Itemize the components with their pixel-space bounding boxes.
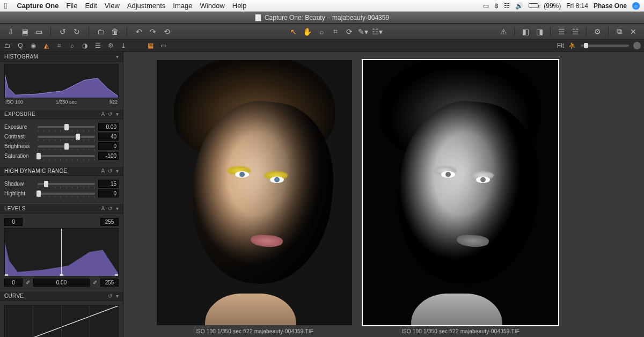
spotlight-icon[interactable]: ⌕ <box>632 2 640 10</box>
reset-button[interactable]: ⟲ <box>162 27 172 36</box>
process-button[interactable]: ◧ <box>520 27 531 36</box>
photo-preview[interactable] <box>363 60 558 325</box>
menu-help[interactable]: Help <box>232 2 247 10</box>
warning-icon[interactable]: ⚠ <box>498 27 509 36</box>
auto-icon[interactable]: A <box>101 111 105 117</box>
search-tab-icon[interactable]: ⌕ <box>68 41 76 50</box>
zoom-tool-button[interactable]: ⌕ <box>316 27 327 36</box>
layout-button[interactable]: ⧉ <box>614 27 625 36</box>
output-tab-icon[interactable]: ⤓ <box>119 41 128 50</box>
curve-graph[interactable] <box>4 305 119 337</box>
clock[interactable]: Fri 8:14 <box>566 2 588 10</box>
levels-graph[interactable] <box>4 228 119 276</box>
rotate-cw-button[interactable]: ↻ <box>71 27 82 36</box>
quick-tab-icon[interactable]: Q <box>16 41 25 50</box>
list-view-button[interactable]: ☰ <box>556 27 567 36</box>
app-menu[interactable]: Capture One <box>17 2 58 10</box>
reset-icon[interactable]: ↺ <box>108 111 112 117</box>
redo-button[interactable]: ↷ <box>148 27 158 36</box>
levels-gamma[interactable]: 0.00 <box>33 279 90 287</box>
single-mode-icon[interactable]: ▭ <box>159 41 167 50</box>
folder-button[interactable]: 🗀 <box>96 27 106 36</box>
crop-tool-button[interactable]: ⌗ <box>330 27 341 36</box>
lens-tab-icon[interactable]: ⌗ <box>55 41 63 50</box>
rotate-ccw-button[interactable]: ↺ <box>57 27 68 36</box>
photo-preview[interactable] <box>157 60 352 325</box>
settings-button[interactable]: ⚙ <box>592 27 603 36</box>
color-tab-icon[interactable]: ◉ <box>29 41 38 50</box>
hdr-highlight-value[interactable]: 0 <box>98 189 119 197</box>
viewer-image[interactable]: ISO 100 1/350 sec f/22 majabeauty-004359… <box>156 59 353 337</box>
panel-menu-icon[interactable]: ▾ <box>116 111 119 117</box>
reset-icon[interactable]: ↺ <box>108 293 112 299</box>
zoom-fit-label[interactable]: Fit <box>557 42 564 49</box>
grid-view-button[interactable]: ☱ <box>570 27 581 36</box>
exposure-contrast-value[interactable]: 40 <box>98 133 119 141</box>
zoom-slider[interactable] <box>581 45 629 47</box>
trash-button[interactable]: 🗑 <box>109 27 120 36</box>
histogram-panel-header[interactable]: HISTOGRAM ▾ <box>0 52 123 62</box>
details-tab-icon[interactable]: ◑ <box>80 41 89 50</box>
straighten-tool-button[interactable]: ⟳ <box>344 27 355 36</box>
black-eyedropper-icon[interactable]: ✐ <box>26 280 30 285</box>
hdr-panel-header[interactable]: HIGH DYNAMIC RANGE A↺▾ <box>0 166 123 176</box>
live-button[interactable]: ▭ <box>33 27 44 36</box>
volume-icon[interactable]: 🔊 <box>515 2 523 10</box>
hdr-shadow-slider[interactable] <box>38 183 95 185</box>
levels-input-white[interactable]: 255 <box>100 218 119 226</box>
white-eyedropper-icon[interactable]: ✐ <box>93 280 97 285</box>
menu-edit[interactable]: Edit <box>85 2 97 10</box>
library-tab-icon[interactable]: 🗀 <box>3 41 12 50</box>
auto-icon[interactable]: A <box>101 168 105 174</box>
exposure-tab-icon[interactable]: ◭ <box>42 41 50 50</box>
panel-menu-icon[interactable]: ▾ <box>116 293 119 299</box>
exposure-contrast-slider[interactable] <box>38 136 95 138</box>
adjust-tab-icon[interactable]: ⚙ <box>106 41 115 50</box>
exposure-saturation-value[interactable]: -100 <box>98 152 119 160</box>
metadata-tab-icon[interactable]: ☰ <box>93 41 102 50</box>
panel-menu-icon[interactable]: ▾ <box>116 54 119 60</box>
exposure-brightness-slider[interactable] <box>38 145 95 148</box>
user-avatar-icon[interactable] <box>633 42 641 49</box>
reset-icon[interactable]: ↺ <box>108 168 112 174</box>
curve-panel-header[interactable]: CURVE ↺▾ <box>0 291 123 301</box>
bluetooth-icon[interactable]: ฿ <box>494 2 499 10</box>
wifi-icon[interactable]: ☷ <box>504 2 510 10</box>
exposure-exposure-slider[interactable] <box>38 126 95 128</box>
levels-input-black[interactable]: 0 <box>4 218 23 226</box>
apple-menu-icon[interactable]:  <box>4 1 7 10</box>
grid-mode-icon[interactable]: ▦ <box>146 41 155 50</box>
auto-icon[interactable]: A <box>101 206 105 211</box>
menu-adjustments[interactable]: Adjustments <box>127 2 166 10</box>
panel-menu-icon[interactable]: ▾ <box>116 206 119 211</box>
zoom-person-icon[interactable]: ⛹ <box>568 42 576 49</box>
batch-button[interactable]: ◨ <box>534 27 545 36</box>
hdr-shadow-value[interactable]: 15 <box>98 180 119 188</box>
exposure-saturation-slider[interactable] <box>38 155 95 157</box>
exposure-panel-header[interactable]: EXPOSURE A↺▾ <box>0 109 123 119</box>
pan-tool-button[interactable]: ✋ <box>302 27 313 36</box>
battery-icon[interactable] <box>529 3 538 8</box>
exposure-exposure-value[interactable]: 0.00 <box>98 123 119 131</box>
menu-view[interactable]: View <box>105 2 120 10</box>
exposure-brightness-value[interactable]: 0 <box>98 142 119 150</box>
levels-output-white[interactable]: 255 <box>100 279 119 287</box>
menu-image[interactable]: Image <box>173 2 192 10</box>
tools-button[interactable]: ✕ <box>628 27 639 36</box>
levels-panel-header[interactable]: LEVELS A↺▾ <box>0 203 123 214</box>
viewer-image[interactable]: ISO 100 1/350 sec f/22 majabeauty-004359… <box>362 59 559 337</box>
menu-file[interactable]: File <box>67 2 78 10</box>
import-button[interactable]: ⇩ <box>5 27 16 36</box>
reset-icon[interactable]: ↺ <box>108 206 112 211</box>
levels-output-black[interactable]: 0 <box>4 279 23 287</box>
hdr-highlight-slider[interactable] <box>38 193 95 195</box>
adjust-tool-button[interactable]: ☳▾ <box>372 27 383 36</box>
image-viewer[interactable]: ISO 100 1/350 sec f/22 majabeauty-004359… <box>123 52 644 337</box>
panel-menu-icon[interactable]: ▾ <box>116 168 119 174</box>
display-icon[interactable]: ▭ <box>483 2 489 10</box>
undo-button[interactable]: ↶ <box>134 27 144 36</box>
cursor-tool-button[interactable]: ↖ <box>288 27 299 36</box>
capture-button[interactable]: ▣ <box>19 27 30 36</box>
menu-window[interactable]: Window <box>200 2 225 10</box>
spot-tool-button[interactable]: ✎▾ <box>358 27 369 36</box>
